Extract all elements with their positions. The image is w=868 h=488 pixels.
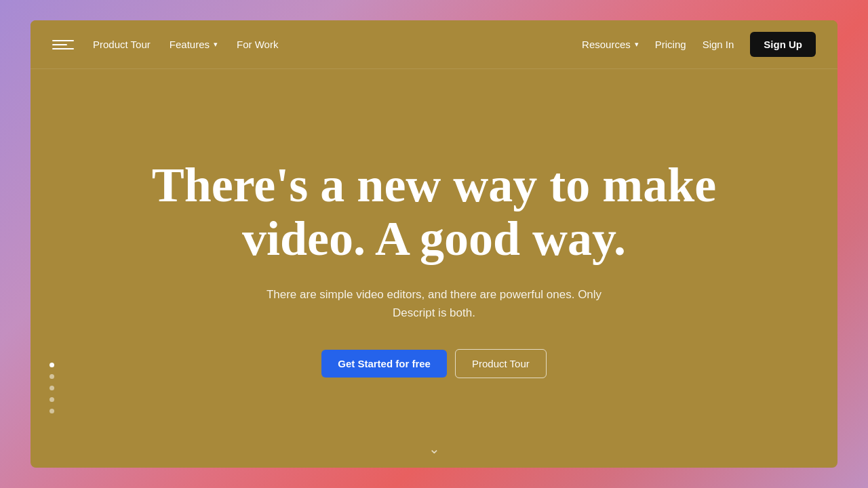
hero-buttons: Get Started for free Product Tour: [321, 349, 546, 378]
nav-product-tour[interactable]: Product Tour: [93, 39, 151, 50]
nav-pricing[interactable]: Pricing: [655, 39, 686, 50]
navbar-right: Resources ▾ Pricing Sign In Sign Up: [582, 32, 816, 57]
nav-for-work[interactable]: For Work: [237, 39, 278, 50]
slide-dot-2[interactable]: [50, 374, 54, 379]
sign-in-link[interactable]: Sign In: [703, 39, 734, 50]
slide-dot-5[interactable]: [50, 409, 54, 413]
slide-dots: [50, 363, 54, 413]
scroll-indicator[interactable]: ⌄: [429, 441, 440, 457]
main-container: Product Tour Features ▾ For Work Resourc…: [31, 20, 837, 468]
nav-features[interactable]: Features ▾: [170, 39, 218, 50]
get-started-button[interactable]: Get Started for free: [321, 350, 447, 378]
logo-icon[interactable]: [52, 34, 74, 56]
product-tour-button[interactable]: Product Tour: [455, 349, 547, 378]
nav-resources[interactable]: Resources ▾: [582, 39, 639, 50]
chevron-down-icon: ▾: [635, 40, 639, 49]
slide-dot-3[interactable]: [50, 386, 54, 390]
sign-up-button[interactable]: Sign Up: [750, 32, 816, 57]
hero-section: There's a new way to make video. A good …: [31, 69, 837, 468]
navbar-left: Product Tour Features ▾ For Work: [52, 34, 582, 56]
navbar: Product Tour Features ▾ For Work Resourc…: [31, 20, 837, 69]
hero-title: There's a new way to make video. A good …: [95, 159, 773, 266]
slide-dot-1[interactable]: [50, 363, 54, 367]
slide-dot-4[interactable]: [50, 397, 54, 402]
chevron-down-icon: ▾: [214, 40, 218, 49]
hero-subtitle: There are simple video editors, and ther…: [244, 285, 624, 322]
